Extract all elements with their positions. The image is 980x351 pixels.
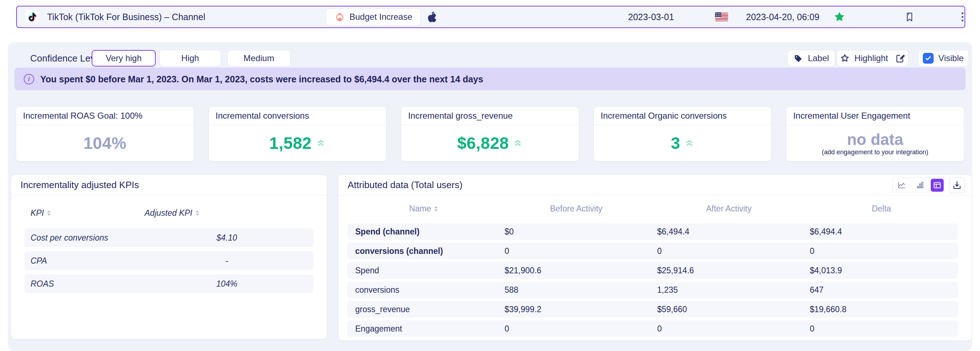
kpi-card-roas-goal: Incremental ROAS Goal: 100% 104% bbox=[16, 107, 194, 161]
favorite-star-icon[interactable] bbox=[833, 10, 846, 23]
confidence-high-button[interactable]: High bbox=[159, 50, 221, 67]
budget-increase-label: Budget Increase bbox=[350, 12, 412, 22]
kpi-card-value: 1,582 bbox=[269, 133, 312, 153]
us-flag-icon bbox=[715, 12, 729, 22]
attributed-data-title: Attributed data (Total users) bbox=[348, 179, 462, 191]
label-button[interactable]: Label bbox=[787, 50, 835, 67]
kpi-adjusted-value: 104% bbox=[169, 279, 285, 289]
tag-icon bbox=[794, 54, 803, 63]
kpi-adjusted-value: - bbox=[169, 256, 285, 266]
star-outline-icon bbox=[840, 53, 850, 63]
highlight-button-text: Highlight bbox=[854, 53, 888, 63]
kpi-name: Cost per conversions bbox=[30, 233, 108, 243]
checkbox-checked-icon[interactable] bbox=[923, 53, 934, 64]
delta-value: 0 bbox=[805, 324, 958, 334]
bookmark-icon[interactable] bbox=[904, 11, 915, 22]
column-header-before-activity: Before Activity bbox=[500, 204, 653, 214]
sort-icon bbox=[434, 206, 438, 211]
kpi-name: CPA bbox=[30, 256, 47, 266]
metric-name: conversions (channel) bbox=[347, 246, 500, 256]
before-activity-value: $21,900.6 bbox=[500, 266, 653, 276]
activity-title: TikTok (TikTok For Business) – Channel bbox=[47, 12, 205, 22]
kpi-card-conversions: Incremental conversions 1,582 bbox=[208, 107, 387, 161]
kebab-menu-icon[interactable] bbox=[960, 11, 965, 23]
sort-icon bbox=[47, 211, 51, 216]
kpi-card-value: 3 bbox=[671, 133, 680, 153]
confidence-medium-button[interactable]: Medium bbox=[227, 50, 291, 67]
kpi-card-note: (add engagement to your integration) bbox=[822, 148, 928, 156]
piggy-bank-icon bbox=[334, 11, 345, 22]
start-date: 2023-03-01 bbox=[628, 12, 674, 22]
kpi-card-title: Incremental gross_revenue bbox=[401, 107, 579, 125]
table-row: CPA - bbox=[24, 251, 313, 270]
spend-info-text: You spent $0 before Mar 1, 2023. On Mar … bbox=[40, 74, 483, 84]
confidence-high-label: High bbox=[181, 53, 199, 63]
before-activity-value: 0 bbox=[500, 246, 653, 256]
view-switcher bbox=[892, 177, 945, 193]
metric-name: Engagement bbox=[347, 324, 500, 334]
table-row: gross_revenue $39,999.2 $59,660 $19,660.… bbox=[347, 301, 958, 317]
label-button-text: Label bbox=[808, 53, 829, 63]
highlight-button[interactable]: Highlight bbox=[837, 50, 908, 67]
table-row: Engagement 0 0 0 bbox=[347, 321, 958, 337]
table-row: conversions (channel) 0 0 0 bbox=[347, 243, 958, 259]
column-header-after-activity: After Activity bbox=[652, 204, 805, 214]
kpi-card-user-engagement: Incremental User Engagement no data (add… bbox=[786, 107, 964, 161]
edit-icon[interactable] bbox=[896, 54, 905, 63]
visible-label: Visible bbox=[938, 53, 964, 63]
attributed-data-panel: Attributed data (Total users) bbox=[338, 174, 972, 341]
visible-toggle[interactable]: Visible bbox=[918, 50, 969, 67]
activity-topbar: TikTok (TikTok For Business) – Channel B… bbox=[16, 6, 965, 28]
confidence-very-high-button[interactable]: Very high bbox=[92, 50, 156, 67]
kpi-card-title: Incremental User Engagement bbox=[786, 107, 964, 125]
after-activity-value: 1,235 bbox=[652, 285, 805, 295]
confidence-row: Confidence Level: Very high High Medium … bbox=[8, 47, 972, 70]
report-sheet: Confidence Level: Very high High Medium … bbox=[8, 42, 972, 351]
delta-value: 0 bbox=[805, 246, 958, 256]
kpi-card-title: Incremental conversions bbox=[209, 107, 387, 125]
before-activity-value: 588 bbox=[500, 285, 653, 295]
kpi-card-value: 104% bbox=[83, 133, 127, 153]
column-header-adjusted-kpi[interactable]: Adjusted KPI bbox=[145, 208, 199, 218]
after-activity-value: $6,494.4 bbox=[652, 227, 805, 237]
column-header-delta: Delta bbox=[805, 204, 958, 214]
line-chart-icon[interactable] bbox=[894, 178, 910, 192]
sort-icon bbox=[196, 211, 199, 216]
double-chevron-up-icon bbox=[316, 137, 326, 148]
spend-info-banner: i You spent $0 before Mar 1, 2023. On Ma… bbox=[14, 68, 966, 90]
apple-icon bbox=[425, 10, 439, 24]
column-header-name[interactable]: Name bbox=[347, 204, 500, 214]
bar-chart-icon[interactable] bbox=[912, 178, 928, 192]
adjusted-kpis-panel: Incrementality adjusted KPIs KPI Adjuste… bbox=[11, 174, 327, 340]
metric-name: gross_revenue bbox=[347, 305, 500, 314]
download-icon[interactable] bbox=[949, 177, 965, 193]
adjusted-kpis-title: Incrementality adjusted KPIs bbox=[21, 179, 139, 191]
table-row: ROAS 104% bbox=[24, 274, 313, 293]
before-activity-value: 0 bbox=[500, 324, 653, 334]
kpi-name: ROAS bbox=[30, 279, 54, 289]
kpi-card-gross-revenue: Incremental gross_revenue $6,828 bbox=[401, 107, 579, 161]
before-activity-value: $39,999.2 bbox=[500, 305, 653, 314]
table-view-icon[interactable] bbox=[931, 179, 944, 192]
kpi-card-title: Incremental Organic conversions bbox=[594, 107, 772, 125]
after-activity-value: $25,914.6 bbox=[652, 266, 805, 276]
metric-name: Spend (channel) bbox=[347, 227, 500, 237]
attributed-table-header: Name Before Activity After Activity Delt… bbox=[347, 203, 958, 214]
info-circle-icon: i bbox=[24, 74, 34, 84]
kpi-card-title: Incremental ROAS Goal: 100% bbox=[16, 107, 194, 125]
kpi-card-value: no data bbox=[847, 132, 903, 147]
budget-increase-button[interactable]: Budget Increase bbox=[326, 8, 421, 26]
table-row: Spend (channel) $0 $6,494.4 $6,494.4 bbox=[347, 223, 958, 240]
column-header-kpi[interactable]: KPI bbox=[30, 208, 51, 218]
before-activity-value: $0 bbox=[500, 227, 653, 237]
delta-value: $6,494.4 bbox=[805, 227, 958, 237]
double-chevron-up-icon bbox=[684, 137, 694, 148]
double-chevron-up-icon bbox=[513, 137, 523, 148]
delta-value: $4,013.9 bbox=[805, 266, 958, 276]
metric-name: Spend bbox=[347, 266, 500, 276]
kpi-card-value: $6,828 bbox=[457, 133, 509, 153]
after-activity-value: 0 bbox=[652, 324, 805, 334]
tiktok-icon bbox=[25, 10, 39, 24]
adjusted-kpis-header: KPI Adjusted KPI bbox=[11, 208, 327, 219]
confidence-very-high-label: Very high bbox=[106, 53, 142, 63]
